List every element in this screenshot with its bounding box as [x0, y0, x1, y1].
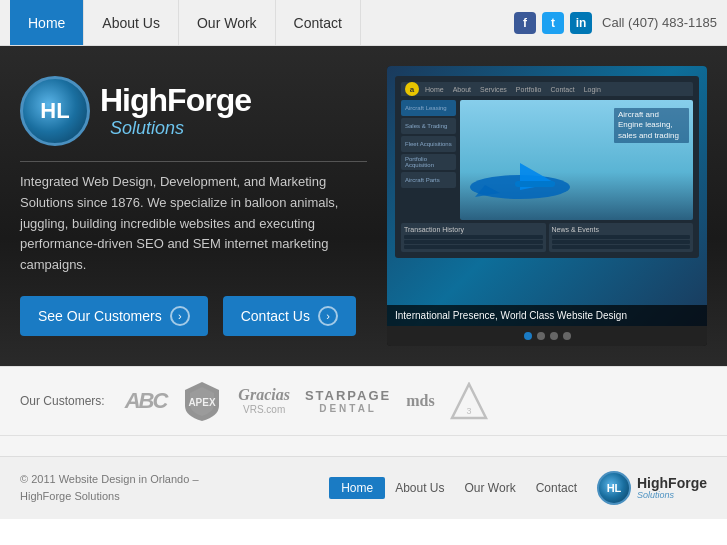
mockup-body: Aircraft Leasing Sales & Trading Fleet A…: [401, 100, 693, 220]
nav-home[interactable]: Home: [10, 0, 84, 45]
mockup-logo: a: [405, 82, 419, 96]
sidebar-item-mock-5: Aircraft Parts: [401, 172, 456, 188]
footer-copyright: © 2011 Website Design in Orlando – HighF…: [20, 471, 199, 504]
slide-mockup: a Home About Services Portfolio Contact …: [395, 76, 699, 258]
mockup-header: a Home About Services Portfolio Contact …: [401, 82, 693, 96]
dot-2[interactable]: [537, 332, 545, 340]
twitter-icon[interactable]: t: [542, 12, 564, 34]
dental-text: DENTAL: [305, 403, 391, 414]
contact-us-button[interactable]: Contact Us ›: [223, 296, 356, 336]
footer-nav-contact[interactable]: Contact: [526, 477, 587, 499]
hero-section: HL HighForge Solutions Integrated Web De…: [0, 46, 727, 366]
svg-text:APEX: APEX: [189, 397, 217, 408]
gracias-text: Gracias: [238, 386, 290, 404]
plane-svg: [465, 155, 575, 210]
customer-logos: ABC APEX Gracias VRS.com STARPAGE DENTAL: [125, 381, 707, 421]
customer-triangle: 3: [450, 381, 488, 421]
slideshow: a Home About Services Portfolio Contact …: [387, 66, 707, 346]
logo-symbol: HL: [40, 98, 69, 124]
footer-logo-main: HighForge: [637, 476, 707, 490]
footer-logo-sub: Solutions: [637, 490, 707, 500]
footer-right: Home About Us Our Work Contact HL HighFo…: [329, 471, 707, 505]
customer-abc: ABC: [125, 381, 167, 421]
mds-text: mds: [406, 392, 434, 410]
mockup-nav-2: About: [450, 85, 474, 94]
starpage-text: STARPAGE: [305, 388, 391, 403]
chevron-right-icon-2: ›: [318, 306, 338, 326]
nav-contact[interactable]: Contact: [276, 0, 361, 45]
slide-image: a Home About Services Portfolio Contact …: [387, 66, 707, 326]
nav-right: f t in Call (407) 483-1185: [514, 12, 717, 34]
hero-left: HL HighForge Solutions Integrated Web De…: [20, 66, 367, 346]
copyright-text: © 2011 Website Design in Orlando – HighF…: [20, 473, 199, 502]
mockup-nav-3: Services: [477, 85, 510, 94]
footer-logo-text: HighForge Solutions: [637, 476, 707, 500]
slide-caption: International Presence, World Class Webs…: [387, 305, 707, 326]
mockup-sidebar: Aircraft Leasing Sales & Trading Fleet A…: [401, 100, 456, 220]
chevron-right-icon: ›: [170, 306, 190, 326]
abc-logo-text: ABC: [125, 388, 167, 414]
svg-text:3: 3: [466, 406, 471, 416]
hero-buttons: See Our Customers › Contact Us ›: [20, 296, 367, 336]
apex-logo-svg: APEX: [181, 380, 223, 422]
dot-4[interactable]: [563, 332, 571, 340]
customer-gracias: Gracias VRS.com: [238, 381, 290, 421]
mockup-nav: Home: [422, 85, 447, 94]
nav-about[interactable]: About Us: [84, 0, 179, 45]
see-customers-label: See Our Customers: [38, 308, 162, 324]
mid-spacer: [0, 436, 727, 456]
mockup-nav-4: Portfolio: [513, 85, 545, 94]
slide-dots: [387, 326, 707, 346]
triangle-logo-svg: 3: [450, 382, 488, 420]
customer-apex: APEX: [181, 381, 223, 421]
contact-us-label: Contact Us: [241, 308, 310, 324]
facebook-icon[interactable]: f: [514, 12, 536, 34]
footer-logo: HL HighForge Solutions: [597, 471, 707, 505]
customers-label: Our Customers:: [20, 394, 105, 408]
sidebar-item-mock-2: Sales & Trading: [401, 118, 456, 134]
footer-nav: Home About Us Our Work Contact: [329, 477, 587, 499]
footer-nav-about[interactable]: About Us: [385, 477, 454, 499]
phone-number: Call (407) 483-1185: [602, 15, 717, 30]
mockup-main: Aircraft and Engine leasing, sales and t…: [460, 100, 693, 220]
sidebar-item-mock-4: Portfolio Acquisition: [401, 154, 456, 170]
hero-description: Integrated Web Design, Development, and …: [20, 172, 367, 276]
sidebar-item-mock-1: Aircraft Leasing: [401, 100, 456, 116]
logo-area: HL HighForge Solutions: [20, 76, 367, 146]
sidebar-item-mock-3: Fleet Acquisitions: [401, 136, 456, 152]
customer-mds: mds: [406, 381, 434, 421]
customer-starpage: STARPAGE DENTAL: [305, 381, 391, 421]
footer-globe-icon: HL: [597, 471, 631, 505]
svg-rect-3: [515, 181, 555, 187]
divider: [20, 161, 367, 162]
logo-globe: HL: [20, 76, 90, 146]
footer-nav-home[interactable]: Home: [329, 477, 385, 499]
mockup-nav-6: Login: [581, 85, 604, 94]
nav-items: Home About Us Our Work Contact: [10, 0, 361, 45]
logo-sub: Solutions: [110, 118, 251, 139]
footer-nav-work[interactable]: Our Work: [455, 477, 526, 499]
mockup-nav-5: Contact: [548, 85, 578, 94]
nav-work[interactable]: Our Work: [179, 0, 276, 45]
see-customers-button[interactable]: See Our Customers ›: [20, 296, 208, 336]
vrs-text: VRS.com: [238, 404, 290, 415]
logo-main: HighForge: [100, 84, 251, 116]
mockup-bottom: Transaction History News & Events: [401, 223, 693, 252]
main-navigation: Home About Us Our Work Contact f t in Ca…: [0, 0, 727, 46]
logo-text: HighForge Solutions: [100, 84, 251, 139]
linkedin-icon[interactable]: in: [570, 12, 592, 34]
footer-logo-symbol: HL: [607, 482, 622, 494]
footer: © 2011 Website Design in Orlando – HighF…: [0, 456, 727, 519]
dot-1[interactable]: [524, 332, 532, 340]
dot-3[interactable]: [550, 332, 558, 340]
customers-bar: Our Customers: ABC APEX Gracias VRS.com …: [0, 366, 727, 436]
